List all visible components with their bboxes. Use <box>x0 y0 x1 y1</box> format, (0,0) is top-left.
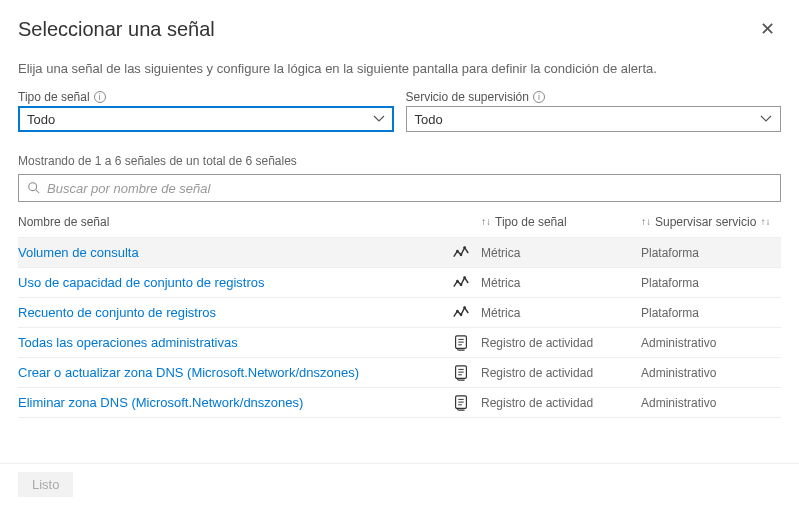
monitor-service: Plataforma <box>641 276 781 290</box>
table-row[interactable]: Volumen de consultaMétricaPlataforma <box>18 238 781 268</box>
signal-type: Métrica <box>481 276 641 290</box>
svg-point-9 <box>460 313 463 316</box>
metric-icon <box>441 274 481 292</box>
table-row[interactable]: Recuento de conjunto de registrosMétrica… <box>18 298 781 328</box>
sort-icon: ↑↓ <box>481 216 491 227</box>
column-signal-type[interactable]: ↑↓ Tipo de señal <box>481 215 641 229</box>
svg-point-3 <box>460 253 463 256</box>
metric-icon <box>441 244 481 262</box>
signal-type: Registro de actividad <box>481 366 641 380</box>
table-row[interactable]: Eliminar zona DNS (Microsoft.Network/dns… <box>18 388 781 418</box>
svg-point-7 <box>463 276 466 279</box>
monitor-service: Administrativo <box>641 336 781 350</box>
svg-point-4 <box>463 246 466 249</box>
svg-point-6 <box>460 283 463 286</box>
search-icon <box>27 181 41 195</box>
svg-point-2 <box>456 249 459 252</box>
signal-type: Métrica <box>481 306 641 320</box>
activity-log-icon <box>441 364 481 382</box>
signal-type: Registro de actividad <box>481 396 641 410</box>
result-count: Mostrando de 1 a 6 señales de un total d… <box>18 154 781 168</box>
sort-icon: ↑↓ <box>760 216 770 227</box>
monitor-service-label-text: Servicio de supervisión <box>406 90 529 104</box>
signal-type-label-text: Tipo de señal <box>18 90 90 104</box>
signal-name[interactable]: Uso de capacidad de conjunto de registro… <box>18 275 441 290</box>
signal-type: Métrica <box>481 246 641 260</box>
panel-title: Seleccionar una señal <box>18 18 215 41</box>
svg-point-5 <box>456 279 459 282</box>
signal-name[interactable]: Eliminar zona DNS (Microsoft.Network/dns… <box>18 395 441 410</box>
signal-type-value: Todo <box>27 112 55 127</box>
chevron-down-icon <box>373 113 385 125</box>
monitor-service-dropdown[interactable]: Todo <box>406 106 782 132</box>
panel-footer: Listo <box>0 463 799 505</box>
monitor-service: Administrativo <box>641 396 781 410</box>
metric-icon <box>441 304 481 322</box>
column-signal-name[interactable]: Nombre de señal <box>18 215 441 229</box>
monitor-service-label: Servicio de supervisión i <box>406 90 782 104</box>
signal-type-dropdown[interactable]: Todo <box>18 106 394 132</box>
svg-point-10 <box>463 306 466 309</box>
monitor-service-value: Todo <box>415 112 443 127</box>
activity-log-icon <box>441 334 481 352</box>
signal-name[interactable]: Recuento de conjunto de registros <box>18 305 441 320</box>
signal-name[interactable]: Crear o actualizar zona DNS (Microsoft.N… <box>18 365 441 380</box>
table-row[interactable]: Crear o actualizar zona DNS (Microsoft.N… <box>18 358 781 388</box>
svg-line-1 <box>36 190 40 194</box>
chevron-down-icon <box>760 113 772 125</box>
signal-type: Registro de actividad <box>481 336 641 350</box>
column-monitor-service[interactable]: ↑↓ Supervisar servicio ↑↓ <box>641 215 781 229</box>
panel-subtitle: Elija una señal de las siguientes y conf… <box>18 61 781 76</box>
table-header: Nombre de señal ↑↓ Tipo de señal ↑↓ Supe… <box>18 206 781 238</box>
svg-point-0 <box>29 183 37 191</box>
info-icon[interactable]: i <box>533 91 545 103</box>
monitor-service: Plataforma <box>641 306 781 320</box>
table-row[interactable]: Todas las operaciones administrativasReg… <box>18 328 781 358</box>
search-input[interactable] <box>47 181 772 196</box>
info-icon[interactable]: i <box>94 91 106 103</box>
column-monitor-service-label: Supervisar servicio <box>655 215 756 229</box>
sort-icon: ↑↓ <box>641 216 651 227</box>
table-row[interactable]: Uso de capacidad de conjunto de registro… <box>18 268 781 298</box>
signal-type-label: Tipo de señal i <box>18 90 394 104</box>
search-box[interactable] <box>18 174 781 202</box>
column-signal-type-label: Tipo de señal <box>495 215 567 229</box>
activity-log-icon <box>441 394 481 412</box>
close-button[interactable]: ✕ <box>754 18 781 40</box>
monitor-service: Administrativo <box>641 366 781 380</box>
monitor-service: Plataforma <box>641 246 781 260</box>
signal-name[interactable]: Volumen de consulta <box>18 245 441 260</box>
done-button[interactable]: Listo <box>18 472 73 497</box>
svg-point-8 <box>456 309 459 312</box>
signal-name[interactable]: Todas las operaciones administrativas <box>18 335 441 350</box>
